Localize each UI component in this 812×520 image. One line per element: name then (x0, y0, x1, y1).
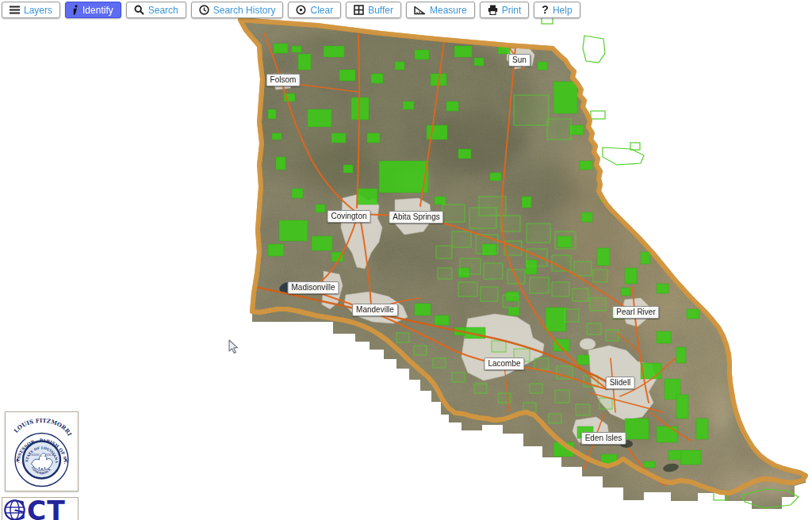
search-history-button-label: Search History (213, 5, 276, 16)
clear-button-label: Clear (310, 5, 333, 16)
measure-button-label: Measure (430, 5, 467, 16)
clear-icon (296, 5, 306, 15)
city-label-sun: Sun (508, 54, 530, 67)
layers-button[interactable]: Layers (2, 2, 60, 18)
city-label-covington: Covington (327, 210, 370, 223)
city-label-eden-isles: Eden Isles (581, 432, 626, 445)
measure-icon (414, 6, 426, 15)
globe-icon (4, 499, 25, 520)
buffer-button[interactable]: Buffer (346, 2, 401, 18)
city-label-lacombe: Lacombe (484, 358, 524, 370)
terrain-imagery (222, 12, 812, 520)
map-canvas[interactable] (0, 0, 812, 520)
city-label-pearl-river: Pearl River (612, 306, 659, 319)
city-label-abita-springs: Abita Springs (389, 211, 443, 224)
city-label-madisonville: Madisonville (287, 281, 339, 294)
assessor-seal: LOUIS FITZMORRIS ASSESSOR · PARISH OF ST… (5, 411, 79, 491)
gct-logo: GCT (2, 497, 79, 520)
history-icon (199, 5, 209, 15)
city-label-slidell: Slidell (606, 377, 635, 389)
measure-button[interactable]: Measure (406, 2, 475, 18)
buffer-button-label: Buffer (368, 5, 393, 16)
print-button-label: Print (502, 5, 522, 16)
search-icon (134, 5, 144, 15)
help-icon: ? (542, 5, 549, 15)
identify-icon (73, 5, 79, 15)
help-button-label: Help (553, 5, 573, 16)
print-icon (488, 5, 498, 15)
layers-button-label: Layers (24, 5, 52, 16)
search-history-button[interactable]: Search History (191, 2, 284, 18)
identify-button[interactable]: Identify (65, 2, 121, 18)
search-button[interactable]: Search (126, 2, 186, 18)
menu-icon (10, 6, 20, 14)
print-button[interactable]: Print (480, 2, 530, 18)
buffer-icon (354, 5, 364, 15)
search-button-label: Search (148, 5, 178, 16)
identify-button-label: Identify (82, 5, 113, 16)
city-label-folsom: Folsom (266, 74, 301, 86)
help-button[interactable]: ? Help (534, 2, 580, 18)
city-label-mandeville: Mandeville (352, 304, 398, 316)
toolbar: Layers Identify Search Search History Cl… (2, 2, 580, 18)
clear-button[interactable]: Clear (288, 2, 341, 18)
